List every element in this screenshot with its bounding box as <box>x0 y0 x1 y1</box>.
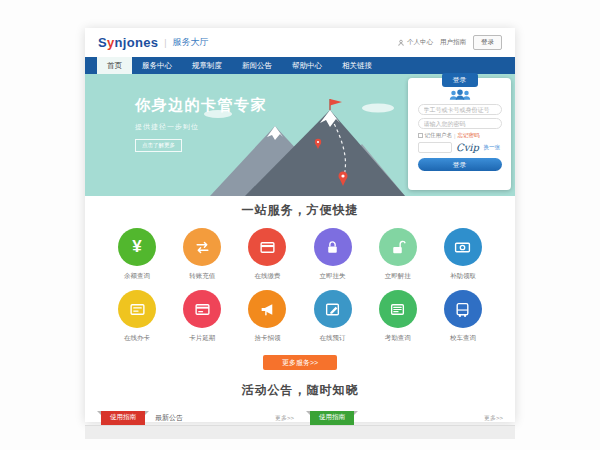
user-guide-link[interactable]: 用户指南 <box>440 38 466 47</box>
lock-icon <box>324 239 341 256</box>
service-label: 在线办卡 <box>109 334 165 343</box>
header-login-button[interactable]: 登录 <box>473 35 502 50</box>
panel-body-strip <box>85 425 515 439</box>
service-online-booking[interactable]: 在线预订 <box>305 290 361 343</box>
list-icon <box>389 301 406 318</box>
nav-item-service-center[interactable]: 服务中心 <box>132 57 182 74</box>
pencil-icon <box>324 301 341 318</box>
panel-header: 使用指南 最新公告 更多>> <box>97 410 294 425</box>
services-title: 一站服务，方便快捷 <box>85 202 515 219</box>
card-icon <box>129 301 146 318</box>
announcement-panel-left: 使用指南 最新公告 更多>> <box>97 410 294 425</box>
personal-center-link[interactable]: 个人中心 <box>397 38 433 47</box>
service-label: 拾卡招领 <box>239 334 295 343</box>
remember-row: 记住用户名 | 忘记密码 <box>418 132 502 139</box>
logo[interactable]: Synjones <box>98 35 158 50</box>
nav-item-rules[interactable]: 规章制度 <box>182 57 232 74</box>
more-link[interactable]: 更多>> <box>484 414 503 425</box>
login-form: 记住用户名 | 忘记密码 Cvip 换一张 登录 <box>408 78 511 171</box>
header-links: 个人中心 用户指南 登录 <box>397 35 502 50</box>
latest-announcements-tab[interactable]: 最新公告 <box>155 413 183 425</box>
remember-checkbox[interactable] <box>418 133 423 138</box>
header-divider: | <box>164 38 166 48</box>
site-name: 服务大厅 <box>173 36 209 49</box>
login-submit-button[interactable]: 登录 <box>418 158 502 171</box>
announcement-panels: 使用指南 最新公告 更多>> 使用指南 更多>> <box>85 410 515 425</box>
webpage: Synjones | 服务大厅 个人中心 用户指南 登录 首页 服务中心 规章制… <box>85 28 515 422</box>
panel-header: 使用指南 更多>> <box>306 410 503 425</box>
login-tab[interactable]: 登录 <box>442 73 478 87</box>
nav-item-help-center[interactable]: 帮助中心 <box>282 57 332 74</box>
service-label: 余额查询 <box>109 272 165 281</box>
remember-divider: | <box>454 133 455 139</box>
hero-banner: 你身边的卡管专家 提供捷径一步到位 点击了解更多 登录 <box>85 74 515 196</box>
nav-item-links[interactable]: 相关链接 <box>332 57 382 74</box>
banknote-icon <box>454 239 471 256</box>
service-school-bus-inquiry[interactable]: 校车查询 <box>435 290 491 343</box>
service-attendance-inquiry[interactable]: 考勤查询 <box>370 290 426 343</box>
service-label: 转账充值 <box>174 272 230 281</box>
site-header: Synjones | 服务大厅 个人中心 用户指南 登录 <box>85 28 515 57</box>
service-label: 校车查询 <box>435 334 491 343</box>
bus-icon <box>454 301 471 318</box>
logo-text-rest: njones <box>115 35 159 50</box>
service-unlock[interactable]: 立即解挂 <box>370 228 426 281</box>
service-label: 在线预订 <box>305 334 361 343</box>
service-label: 在线缴费 <box>239 272 295 281</box>
service-online-payment[interactable]: 在线缴费 <box>239 228 295 281</box>
announcements-section: 活动公告，随时知晓 使用指南 最新公告 更多>> 使用指南 更多>> <box>85 382 515 439</box>
captcha-input[interactable] <box>418 142 452 153</box>
username-input[interactable] <box>418 104 502 115</box>
logo-text: S <box>98 35 107 50</box>
hero-title: 你身边的卡管专家 <box>135 96 267 115</box>
user-guide-label: 用户指南 <box>440 38 466 47</box>
flag-icon <box>330 99 342 106</box>
logo-accent: y <box>107 35 115 50</box>
login-panel: 登录 记住用户名 | 忘记密码 <box>408 78 511 190</box>
nav-item-home[interactable]: 首页 <box>97 57 132 74</box>
service-report-loss[interactable]: 立即挂失 <box>305 228 361 281</box>
announcements-title: 活动公告，随时知晓 <box>85 382 515 399</box>
card-icon <box>194 301 211 318</box>
service-card-extension[interactable]: 卡片延期 <box>174 290 230 343</box>
usage-guide-ribbon[interactable]: 使用指南 <box>310 411 354 426</box>
more-link[interactable]: 更多>> <box>275 414 294 425</box>
remember-label: 记住用户名 <box>425 132 453 139</box>
service-label: 卡片延期 <box>174 334 230 343</box>
credit-card-icon <box>259 239 276 256</box>
service-label: 立即挂失 <box>305 272 361 281</box>
hero-text-block: 你身边的卡管专家 提供捷径一步到位 点击了解更多 <box>135 96 267 152</box>
service-balance-inquiry[interactable]: ¥ 余额查询 <box>109 228 165 281</box>
screenshot-canvas: Synjones | 服务大厅 个人中心 用户指南 登录 首页 服务中心 规章制… <box>0 0 600 450</box>
forgot-password-link[interactable]: 忘记密码 <box>457 132 479 139</box>
nav-item-news[interactable]: 新闻公告 <box>232 57 282 74</box>
unlock-icon <box>389 239 406 256</box>
password-input[interactable] <box>418 118 502 129</box>
person-icon <box>397 39 405 47</box>
more-services-button[interactable]: 更多服务>> <box>263 355 337 370</box>
service-online-card[interactable]: 在线办卡 <box>109 290 165 343</box>
service-transfer-recharge[interactable]: 转账充值 <box>174 228 230 281</box>
hero-cta-button[interactable]: 点击了解更多 <box>135 139 182 152</box>
service-label: 立即解挂 <box>370 272 426 281</box>
usage-guide-ribbon[interactable]: 使用指南 <box>101 411 145 426</box>
change-captcha-link[interactable]: 换一张 <box>484 144 501 151</box>
announcement-panel-right: 使用指南 更多>> <box>306 410 503 425</box>
captcha-image[interactable]: Cvip <box>455 142 481 153</box>
service-label: 补助领取 <box>435 272 491 281</box>
services-row-2: 在线办卡 卡片延期 拾卡招领 在线预订 考勤查询 <box>85 290 515 343</box>
services-section: 一站服务，方便快捷 ¥ 余额查询 转账充值 在线缴费 立即挂失 <box>85 196 515 370</box>
services-row-1: ¥ 余额查询 转账充值 在线缴费 立即挂失 立即解挂 <box>85 228 515 281</box>
yen-icon: ¥ <box>132 237 141 257</box>
megaphone-icon <box>259 301 276 318</box>
transfer-arrows-icon <box>194 239 211 256</box>
personal-center-label: 个人中心 <box>407 38 433 47</box>
main-nav: 首页 服务中心 规章制度 新闻公告 帮助中心 相关链接 <box>85 57 515 74</box>
hero-subtitle: 提供捷径一步到位 <box>135 122 267 132</box>
service-lost-card-claim[interactable]: 拾卡招领 <box>239 290 295 343</box>
service-subsidy-collection[interactable]: 补助领取 <box>435 228 491 281</box>
cloud-icon <box>362 104 394 113</box>
users-icon <box>448 88 472 101</box>
captcha-row: Cvip 换一张 <box>418 142 502 153</box>
service-label: 考勤查询 <box>370 334 426 343</box>
